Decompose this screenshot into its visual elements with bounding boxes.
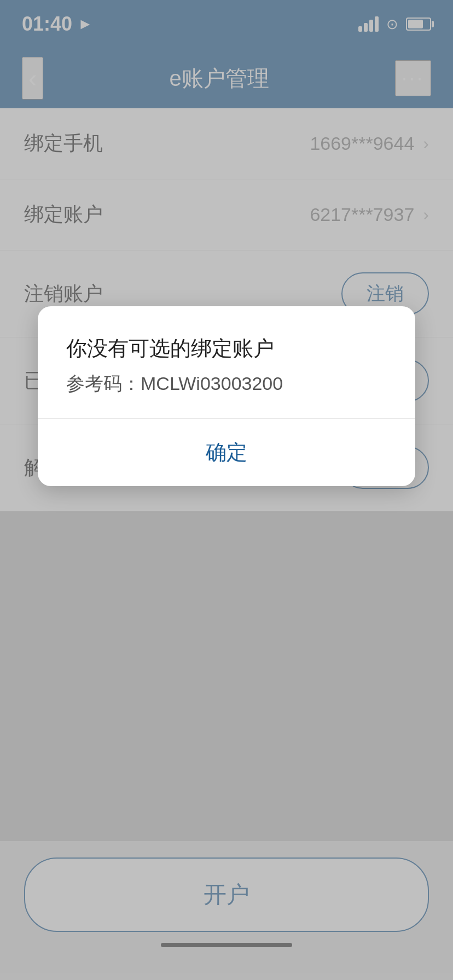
dialog-body: 你没有可选的绑定账户 参考码：MCLWi03003200 — [38, 306, 415, 418]
dialog-subtitle: 参考码：MCLWi03003200 — [66, 371, 387, 396]
dialog-title: 你没有可选的绑定账户 — [66, 335, 387, 363]
dialog: 你没有可选的绑定账户 参考码：MCLWi03003200 确定 — [38, 306, 415, 486]
dialog-confirm-button[interactable]: 确定 — [38, 419, 415, 486]
dialog-overlay: 你没有可选的绑定账户 参考码：MCLWi03003200 确定 — [0, 0, 453, 980]
